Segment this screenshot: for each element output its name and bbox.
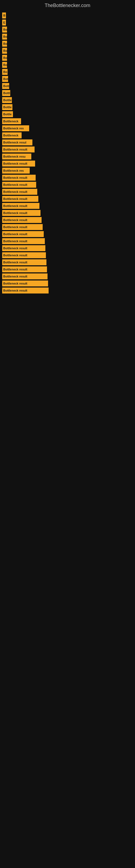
- bar: Bo: [2, 69, 8, 75]
- bar-label: B: [3, 14, 5, 17]
- site-title: TheBottlenecker.com: [0, 0, 135, 10]
- bar: Bottleneck result: [2, 245, 45, 251]
- bar-row: Bott: [0, 83, 135, 89]
- bar-label: Bottle: [3, 113, 12, 116]
- bar-label: Bottleneck result: [3, 162, 27, 165]
- bar-label: Bot: [3, 77, 8, 81]
- bar-row: E: [0, 20, 135, 26]
- bar-row: Bottleneck result: [0, 245, 135, 251]
- bar: Bottleneck result: [2, 147, 35, 152]
- bar: Bottl: [2, 90, 10, 96]
- bar-label: Bottleneck result: [3, 190, 27, 193]
- bar: Bottleneck resu: [2, 154, 31, 159]
- bar: Bottleneck result: [2, 287, 49, 293]
- bar: Bott: [2, 83, 9, 89]
- bar: Bottleneck res: [2, 125, 29, 131]
- bar-row: Bottleneck result: [0, 267, 135, 272]
- bar-label: Bottleneck result: [3, 240, 27, 243]
- bar-label: Bo: [3, 28, 7, 31]
- bar-row: Bottleneck result: [0, 182, 135, 188]
- bar: Bottleneck result: [2, 231, 44, 237]
- bar-label: Bottleneck: [3, 120, 18, 123]
- bar-label: Bottleneck resu: [3, 155, 26, 158]
- bar-label: Bottleneck: [3, 134, 18, 137]
- bar-label: Bo: [3, 42, 7, 45]
- bar-label: Bottleneck result: [3, 232, 27, 236]
- bar-row: Bot: [0, 76, 135, 82]
- bar-label: Bottl: [3, 91, 10, 95]
- bar-row: Bottle: [0, 97, 135, 103]
- bar-label: E: [3, 21, 5, 24]
- bar: Bottleneck result: [2, 217, 42, 223]
- bar-label: Bottleneck result: [3, 197, 27, 200]
- bar-row: Bo: [0, 34, 135, 40]
- bar: Bo: [2, 41, 7, 46]
- bar-row: Bo: [0, 69, 135, 75]
- bar: E: [2, 20, 6, 26]
- bar-label: Bottle: [3, 105, 12, 109]
- bar-row: Bottleneck result: [0, 147, 135, 152]
- bar-row: Bottleneck result: [0, 259, 135, 265]
- bar-row: Bottleneck result: [0, 273, 135, 279]
- bar-label: Bottleneck result: [3, 254, 27, 257]
- bar-row: Bottle: [0, 104, 135, 110]
- bar-row: Bo: [0, 41, 135, 46]
- bar-row: Bottleneck result: [0, 210, 135, 216]
- bar: Bottleneck result: [2, 203, 39, 209]
- bar-label: Bottleneck result: [3, 268, 27, 271]
- bar-row: Bottle: [0, 111, 135, 117]
- bar-row: Bo: [0, 62, 135, 68]
- bar-label: Bottleneck result: [3, 183, 27, 186]
- bar: Bottleneck result: [2, 259, 46, 265]
- bar-row: Bottleneck res: [0, 125, 135, 131]
- bar-row: Bottleneck result: [0, 287, 135, 293]
- bar: Bottleneck result: [2, 273, 48, 279]
- bar: Bottleneck result: [2, 210, 41, 216]
- bar-row: Bottleneck result: [0, 189, 135, 195]
- bar: Bottleneck resul: [2, 140, 32, 145]
- bar: Bottleneck result: [2, 182, 36, 188]
- bar-label: Bottleneck result: [3, 148, 27, 151]
- bar: Bottleneck result: [2, 252, 46, 258]
- bar-row: Bottleneck result: [0, 231, 135, 237]
- bar-row: Bo: [0, 55, 135, 61]
- bar-label: Bott: [3, 84, 9, 88]
- bar-row: Bottleneck result: [0, 252, 135, 258]
- bar: Bottleneck result: [2, 238, 45, 244]
- bar-label: Bo: [3, 63, 7, 66]
- bar-label: Bottleneck result: [3, 176, 27, 179]
- bar-row: Bottleneck result: [0, 280, 135, 286]
- bar-row: B: [0, 12, 135, 19]
- bar-row: Bottleneck result: [0, 224, 135, 230]
- bar-row: Bottleneck result: [0, 238, 135, 244]
- bar-row: Bottleneck: [0, 118, 135, 124]
- bar-label: Bottleneck result: [3, 225, 27, 229]
- bar: Bot: [2, 76, 8, 82]
- bar-label: Bottle: [3, 98, 12, 102]
- bar: Bo: [2, 48, 7, 54]
- bar-label: Bo: [3, 49, 7, 52]
- bar-label: Bottleneck res: [3, 169, 24, 172]
- bar: Bottleneck res: [2, 167, 30, 174]
- bar: Bottleneck result: [2, 196, 38, 202]
- bar: Bottleneck result: [2, 280, 48, 286]
- bars-container: BEBoBoBoBoBoBoBoBotBottBottlBottleBottle…: [0, 10, 135, 297]
- bar-label: Bottleneck resul: [3, 141, 27, 144]
- bar-row: Bottleneck resu: [0, 154, 135, 159]
- bar-label: Bottleneck res: [3, 127, 24, 130]
- bar: Bo: [2, 34, 7, 40]
- bar: Bottleneck: [2, 118, 21, 124]
- bar-row: Bottleneck resul: [0, 140, 135, 145]
- bar-row: Bottleneck result: [0, 175, 135, 181]
- bar-label: Bottleneck result: [3, 247, 27, 250]
- bar: Bottle: [2, 104, 12, 110]
- bar-label: Bottleneck result: [3, 261, 27, 264]
- bar-label: Bottleneck result: [3, 204, 27, 208]
- bar: Bottle: [2, 111, 13, 117]
- bar-row: Bottleneck result: [0, 196, 135, 202]
- bar: Bottleneck: [2, 132, 21, 138]
- bar-label: Bottleneck result: [3, 289, 27, 292]
- bar-label: Bo: [3, 35, 7, 38]
- bar: Bo: [2, 62, 7, 68]
- bar-label: Bottleneck result: [3, 282, 27, 285]
